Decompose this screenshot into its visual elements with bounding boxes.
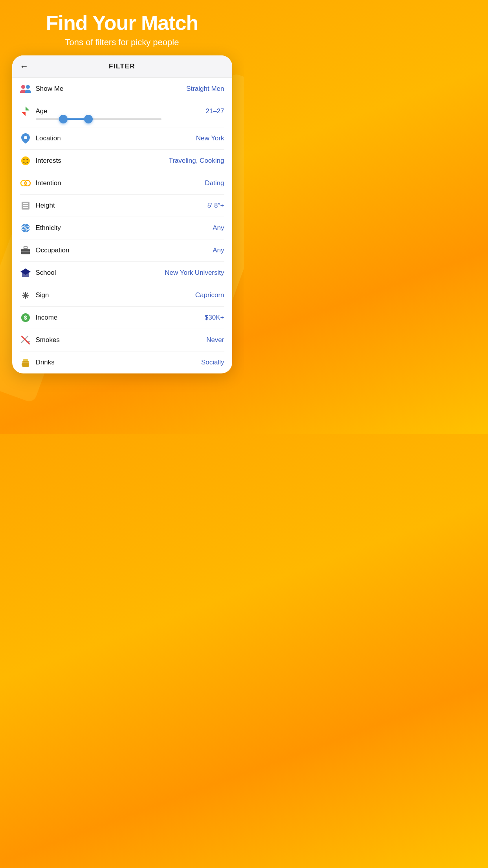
filter-left-drinks: Drinks <box>20 357 55 368</box>
filter-row-show-me[interactable]: Show Me Straight Men <box>20 78 224 100</box>
filter-row-height[interactable]: Height 5′ 8″+ <box>20 195 224 217</box>
svg-rect-31 <box>23 359 28 361</box>
school-value: New York University <box>165 269 224 277</box>
page-subtitle: Tons of filters for picky people <box>46 37 198 48</box>
filter-left-show-me: Show Me <box>20 83 64 94</box>
filter-left-smokes: Smokes <box>20 335 60 346</box>
intention-label: Intention <box>36 179 61 187</box>
height-icon <box>20 200 31 211</box>
location-label: Location <box>36 134 61 142</box>
filter-left-intention: Intention <box>20 178 61 189</box>
filter-row-drinks[interactable]: Drinks Socially <box>20 351 224 373</box>
filter-row-interests[interactable]: Interests Traveling, Cooking <box>20 150 224 172</box>
show-me-label: Show Me <box>36 85 64 93</box>
ethnicity-value: Any <box>213 224 224 232</box>
height-label: Height <box>36 202 55 210</box>
svg-rect-18 <box>21 251 30 252</box>
show-me-value: Straight Men <box>186 85 224 93</box>
slider-thumb-left[interactable] <box>59 115 68 123</box>
svg-point-0 <box>21 85 25 89</box>
filter-left-age: Age <box>20 106 48 117</box>
occupation-icon <box>20 245 31 256</box>
svg-rect-33 <box>22 362 29 363</box>
location-icon <box>20 133 31 144</box>
filter-left-interests: Interests <box>20 155 61 166</box>
filter-row-location[interactable]: Location New York <box>20 127 224 150</box>
ethnicity-icon <box>20 223 31 234</box>
filter-row-intention[interactable]: Intention Dating <box>20 172 224 195</box>
filter-left-occupation: Occupation <box>20 245 70 256</box>
sign-value: Capricorn <box>195 291 224 299</box>
filter-left-sign: Sign <box>20 290 49 301</box>
filter-left-school: School <box>20 267 56 278</box>
header-section: Find Your Match Tons of filters for pick… <box>38 0 206 55</box>
filter-row-smokes[interactable]: Smokes Never <box>20 329 224 351</box>
filter-row-ethnicity[interactable]: Ethnicity Any <box>20 217 224 239</box>
school-label: School <box>36 269 56 277</box>
slider-track <box>36 118 161 120</box>
filter-left-income: $ Income <box>20 312 58 323</box>
occupation-value: Any <box>213 246 224 254</box>
people-icon <box>20 83 31 94</box>
filter-row-income[interactable]: $ Income $30K+ <box>20 307 224 329</box>
svg-marker-2 <box>26 107 29 110</box>
filter-left-location: Location <box>20 133 61 144</box>
svg-point-4 <box>24 136 27 139</box>
page-title: Find Your Match <box>46 12 198 34</box>
filter-left-height: Height <box>20 200 55 211</box>
ethnicity-label: Ethnicity <box>36 224 61 232</box>
filter-left-ethnicity: Ethnicity <box>20 223 61 234</box>
svg-marker-3 <box>22 112 26 116</box>
svg-point-5 <box>21 156 30 165</box>
svg-point-9 <box>25 180 30 186</box>
income-label: Income <box>36 314 58 322</box>
age-icon <box>20 106 31 117</box>
svg-rect-12 <box>23 205 28 206</box>
sign-icon <box>20 290 31 301</box>
slider-thumb-right[interactable] <box>84 115 93 123</box>
intention-value: Dating <box>205 179 224 187</box>
smokes-icon <box>20 335 31 346</box>
svg-rect-17 <box>24 246 27 249</box>
school-icon <box>20 267 31 278</box>
filter-card: ← FILTER Show Me Straight Men <box>12 55 232 373</box>
interests-label: Interests <box>36 157 61 165</box>
age-value: 21–27 <box>205 107 224 115</box>
back-button[interactable]: ← <box>20 61 29 72</box>
svg-point-1 <box>26 85 30 89</box>
income-value: $30K+ <box>205 314 224 322</box>
drinks-icon <box>20 357 31 368</box>
svg-rect-11 <box>23 203 28 204</box>
intention-icon <box>20 178 31 189</box>
income-icon: $ <box>20 312 31 323</box>
interests-value: Traveling, Cooking <box>169 157 224 165</box>
smokes-label: Smokes <box>36 336 60 344</box>
drinks-label: Drinks <box>36 359 55 366</box>
age-label: Age <box>36 107 48 115</box>
svg-point-7 <box>26 159 28 160</box>
sign-label: Sign <box>36 291 49 299</box>
interests-icon <box>20 155 31 166</box>
svg-point-6 <box>23 159 24 160</box>
occupation-label: Occupation <box>36 246 70 254</box>
card-title: FILTER <box>109 63 135 70</box>
filter-row-occupation[interactable]: Occupation Any <box>20 239 224 262</box>
filter-row-sign[interactable]: Sign Capricorn <box>20 284 224 307</box>
location-value: New York <box>196 134 224 142</box>
svg-line-29 <box>22 336 29 344</box>
age-slider[interactable] <box>20 117 224 121</box>
svg-rect-13 <box>23 207 28 208</box>
svg-text:$: $ <box>24 314 27 321</box>
smokes-value: Never <box>206 336 224 344</box>
svg-rect-20 <box>22 273 29 277</box>
drinks-value: Socially <box>201 359 224 366</box>
svg-rect-32 <box>22 363 23 366</box>
filter-list: Show Me Straight Men Age 21–27 <box>12 78 232 373</box>
filter-row-school[interactable]: School New York University <box>20 262 224 284</box>
filter-row-age[interactable]: Age 21–27 <box>20 100 224 127</box>
height-value: 5′ 8″+ <box>207 202 224 210</box>
card-header: ← FILTER <box>12 55 232 78</box>
